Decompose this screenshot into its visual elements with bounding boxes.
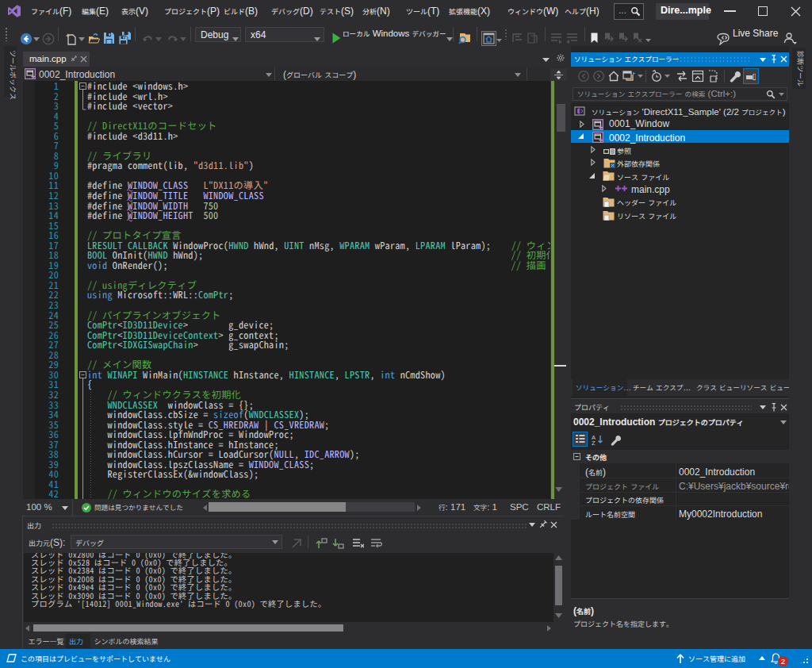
svg-text:Z: Z [592, 440, 596, 445]
